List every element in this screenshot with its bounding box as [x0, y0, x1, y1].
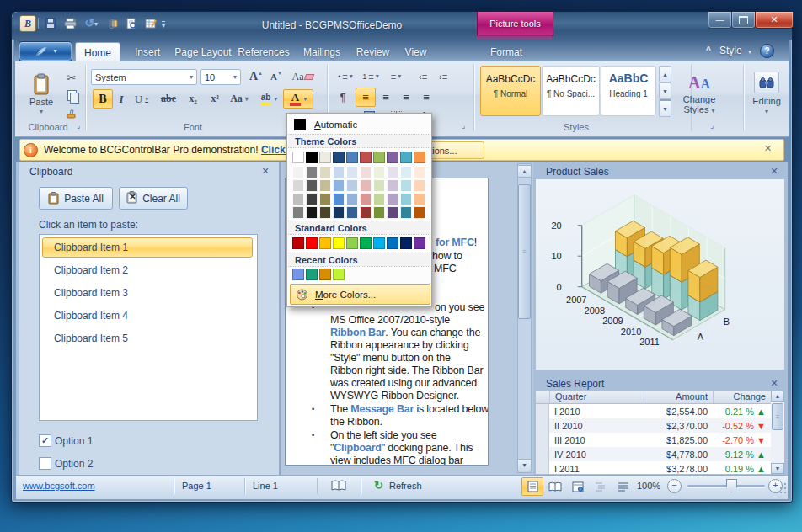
clear-all-button[interactable]: ✕ Clear All — [119, 187, 188, 210]
standard-swatch-0[interactable] — [292, 237, 304, 249]
change-styles-button[interactable]: AA Change Styles ▾ — [676, 65, 723, 122]
font-size-combo[interactable]: 10 ▾ — [200, 69, 241, 85]
doc-link[interactable]: Message Bar — [350, 403, 414, 415]
column-header-change[interactable]: Change — [713, 391, 771, 403]
more-colors-item[interactable]: More Colors... — [290, 284, 430, 305]
variant-2-swatch-9[interactable] — [414, 193, 425, 205]
draft-view-icon[interactable] — [612, 477, 634, 496]
numbering-icon[interactable]: 1≡▾ — [359, 67, 382, 85]
variant-2-swatch-8[interactable] — [400, 193, 412, 205]
variant-0-swatch-5[interactable] — [360, 166, 372, 178]
variant-3-swatch-1[interactable] — [306, 206, 318, 219]
minimize-button[interactable]: — — [708, 12, 732, 29]
table-scroll-thumb[interactable]: ≡ — [772, 403, 783, 430]
application-button[interactable]: ▾ — [19, 41, 72, 61]
variant-2-swatch-4[interactable] — [346, 193, 358, 205]
option2-checkbox[interactable] — [39, 457, 51, 470]
attach-icon[interactable] — [104, 16, 120, 31]
tab-page-layout[interactable]: Page Layout — [175, 42, 231, 61]
close-button[interactable]: ✕ — [755, 12, 794, 29]
table-row-I-2011[interactable]: I 2011$3,278.000.19 % ▲ — [536, 461, 771, 474]
table-row-II-2010[interactable]: II 2010$2,370.00-0.52 % ▼ — [536, 418, 771, 434]
titlebar[interactable]: B ↺ ▾ ▾ Untitled - BCGPMSOfficeDemo Pict… — [12, 12, 792, 40]
automatic-color-item[interactable]: Automatic — [287, 115, 431, 133]
align-center-icon[interactable]: ≡ — [376, 88, 396, 107]
standard-swatch-7[interactable] — [387, 237, 398, 249]
doc-link[interactable]: Ribbon Bar — [330, 327, 385, 338]
variant-2-swatch-5[interactable] — [360, 193, 372, 205]
styles-dialog-launcher[interactable]: ⌟ — [710, 122, 718, 130]
collapse-ribbon-icon[interactable]: ^ — [706, 45, 711, 55]
variant-3-swatch-5[interactable] — [360, 206, 372, 219]
clipboard-item-3[interactable]: Clipboard Item 3 — [42, 283, 253, 303]
variant-3-swatch-4[interactable] — [346, 206, 358, 219]
clipboard-item-1[interactable]: Clipboard Item 1 — [42, 237, 253, 258]
reading-view-icon[interactable] — [544, 477, 566, 496]
clipboard-pane-close-icon[interactable]: ✕ — [259, 165, 271, 177]
variant-1-swatch-0[interactable] — [292, 179, 304, 192]
refresh-icon[interactable]: ↻ — [374, 479, 383, 492]
align-left-icon[interactable]: ≡ — [356, 88, 376, 107]
theme-swatch-7[interactable] — [387, 152, 398, 163]
tab-view[interactable]: View — [398, 42, 433, 61]
print-preview-icon[interactable] — [124, 16, 139, 31]
copy-icon[interactable] — [61, 87, 83, 104]
editing-button[interactable]: Editing ▾ — [748, 65, 785, 122]
variant-1-swatch-2[interactable] — [319, 179, 331, 192]
variant-1-swatch-4[interactable] — [346, 179, 358, 192]
theme-swatch-6[interactable] — [373, 152, 385, 163]
variant-3-swatch-8[interactable] — [400, 206, 412, 219]
undo-dropdown-icon[interactable]: ▾ — [94, 21, 98, 28]
table-scroll-up-icon[interactable]: ▲ — [771, 391, 784, 402]
superscript-button[interactable]: x² — [204, 89, 226, 109]
resize-grip[interactable] — [777, 482, 787, 494]
styles-scroll-up[interactable]: ▲ — [659, 66, 671, 82]
theme-swatch-2[interactable] — [319, 152, 331, 163]
clipboard-list[interactable]: Clipboard Item 1Clipboard Item 2Clipboar… — [39, 234, 258, 421]
web-layout-view-icon[interactable] — [567, 477, 589, 496]
line-indicator[interactable]: Line 1 — [253, 481, 278, 491]
recent-swatch-0[interactable] — [292, 269, 304, 280]
column-header-amount[interactable]: Amount — [644, 391, 713, 403]
multilevel-list-icon[interactable]: ≡▾ — [384, 67, 408, 85]
outline-view-icon[interactable] — [590, 477, 612, 496]
recent-swatch-2[interactable] — [319, 269, 331, 280]
decrease-indent-icon[interactable]: ‹≡ — [413, 67, 433, 85]
bold-button[interactable]: B — [93, 89, 113, 109]
style-dropdown-icon[interactable]: ▾ — [748, 49, 751, 56]
edit-table-icon[interactable] — [143, 16, 158, 31]
table-scroll-down-icon[interactable]: ▼ — [771, 463, 784, 474]
column-header-quarter[interactable]: Quarter — [549, 391, 644, 403]
standard-swatch-2[interactable] — [319, 237, 331, 249]
grow-font-button[interactable]: A▲ — [246, 67, 266, 86]
recent-swatch-3[interactable] — [333, 269, 345, 280]
variant-1-swatch-6[interactable] — [373, 179, 385, 192]
style-card-heading1[interactable]: AaBbC Heading 1 — [601, 66, 656, 116]
variant-0-swatch-1[interactable] — [306, 166, 318, 178]
zoom-out-icon[interactable]: − — [667, 479, 682, 493]
shrink-font-button[interactable]: A▼ — [266, 67, 286, 86]
page-indicator[interactable]: Page 1 — [182, 481, 211, 491]
tab-mailings[interactable]: Mailings — [297, 42, 346, 61]
variant-0-swatch-3[interactable] — [333, 166, 345, 178]
variant-2-swatch-0[interactable] — [292, 193, 304, 205]
theme-swatch-9[interactable] — [414, 152, 425, 163]
cut-icon[interactable]: ✂ — [61, 69, 83, 87]
sales-report-close-icon[interactable]: ✕ — [768, 377, 780, 389]
clipboard-item-4[interactable]: Clipboard Item 4 — [42, 306, 253, 326]
standard-swatch-9[interactable] — [414, 237, 425, 249]
italic-button[interactable]: I — [113, 89, 130, 109]
styles-gallery-expand[interactable]: ▼ — [659, 99, 671, 117]
change-case-button[interactable]: Aa▾ — [226, 89, 253, 109]
variant-0-swatch-7[interactable] — [387, 166, 398, 178]
variant-3-swatch-6[interactable] — [373, 206, 385, 219]
option1-checkbox[interactable]: ✓ — [39, 434, 51, 447]
standard-swatch-6[interactable] — [373, 237, 385, 249]
tab-format[interactable]: Format — [473, 42, 540, 61]
paste-button[interactable]: Paste ▾ — [24, 67, 59, 121]
theme-swatch-5[interactable] — [360, 152, 372, 163]
tab-review[interactable]: Review — [352, 42, 393, 61]
product-sales-close-icon[interactable]: ✕ — [768, 165, 780, 177]
variant-3-swatch-2[interactable] — [319, 206, 331, 219]
font-name-combo[interactable]: System ▾ — [91, 69, 197, 85]
